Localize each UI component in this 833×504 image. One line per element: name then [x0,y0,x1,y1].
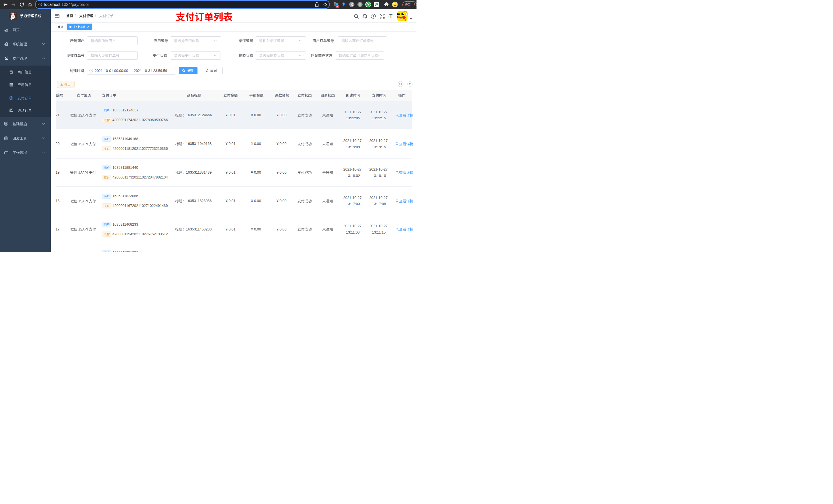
svg-text:⌘: ⌘ [351,3,354,6]
svg-text:?: ? [373,15,374,18]
